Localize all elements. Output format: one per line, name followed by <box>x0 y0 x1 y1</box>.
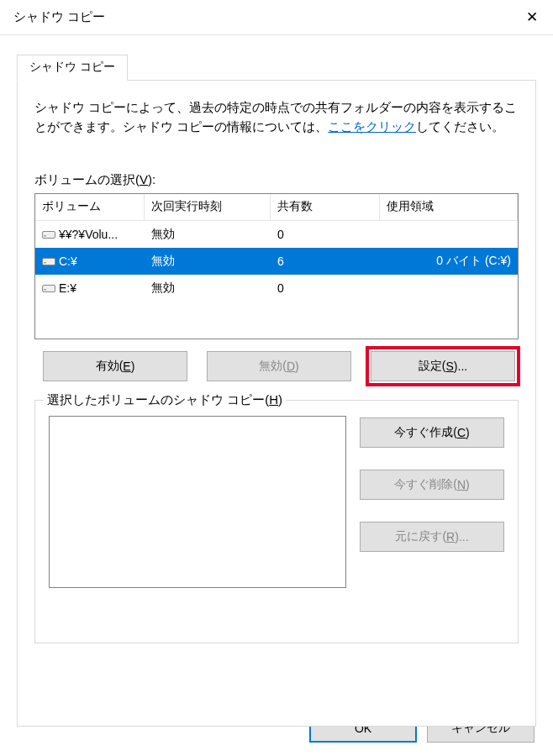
col-used[interactable]: 使用領域 <box>380 194 518 220</box>
drive-icon <box>42 283 55 293</box>
listview-header: ボリューム 次回実行時刻 共有数 使用領域 <box>35 194 518 221</box>
enable-button[interactable]: 有効(E) <box>43 351 187 381</box>
tab-panel: シャドウ コピーによって、過去の特定の時点での共有フォルダーの内容を表示すること… <box>17 80 536 727</box>
dialog-content: シャドウ コピー シャドウ コピーによって、過去の特定の時点での共有フォルダーの… <box>0 35 553 727</box>
cell-next-run: 無効 <box>145 275 271 302</box>
svg-rect-3 <box>44 262 46 264</box>
close-icon[interactable]: ✕ <box>511 0 553 35</box>
volume-button-row: 有効(E) 無効(D) 設定(S)... <box>34 339 519 381</box>
create-now-button[interactable]: 今すぐ作成(C) <box>360 417 504 448</box>
cell-volume: E:¥ <box>35 275 145 302</box>
intro-after: してください。 <box>416 119 504 134</box>
cell-next-run: 無効 <box>145 221 271 248</box>
window-title: シャドウ コピー <box>13 9 511 25</box>
cell-used <box>380 275 518 302</box>
table-row[interactable]: C:¥ 無効 6 0 バイト (C:¥) <box>35 248 518 275</box>
cell-next-run: 無効 <box>145 248 271 275</box>
svg-rect-2 <box>43 258 55 265</box>
cell-used <box>380 221 518 248</box>
shadow-copies-listbox[interactable] <box>49 416 346 588</box>
settings-button[interactable]: 設定(S)... <box>371 351 515 381</box>
tab-shadow-copy[interactable]: シャドウ コピー <box>17 55 128 81</box>
col-shares[interactable]: 共有数 <box>271 194 380 220</box>
shadow-copies-fieldset: 選択したボリュームのシャドウ コピー(H) 今すぐ作成(C) 今すぐ削除(N) … <box>34 400 519 643</box>
svg-rect-4 <box>43 285 55 291</box>
svg-rect-0 <box>43 231 55 238</box>
table-row[interactable]: E:¥ 無効 0 <box>35 275 518 302</box>
table-row[interactable]: ¥¥?¥Volu... 無効 0 <box>35 221 518 248</box>
col-next-run[interactable]: 次回実行時刻 <box>145 194 271 220</box>
svg-rect-1 <box>44 235 46 237</box>
svg-rect-5 <box>44 289 46 291</box>
cell-volume: C:¥ <box>35 248 145 275</box>
revert-button: 元に戻す(R)... <box>360 522 504 552</box>
cell-volume: ¥¥?¥Volu... <box>35 221 145 248</box>
intro-text: シャドウ コピーによって、過去の特定の時点での共有フォルダーの内容を表示すること… <box>34 97 519 137</box>
cell-shares: 6 <box>271 248 380 275</box>
cell-shares: 0 <box>271 275 380 302</box>
tab-strip: シャドウ コピー <box>17 55 536 81</box>
drive-icon <box>42 256 55 266</box>
volume-listview[interactable]: ボリューム 次回実行時刻 共有数 使用領域 ¥¥?¥Volu... 無効 0 <box>34 193 519 339</box>
disable-button: 無効(D) <box>207 351 351 381</box>
volume-select-label: ボリュームの選択(V): <box>34 172 519 188</box>
cell-shares: 0 <box>271 221 380 248</box>
drive-icon <box>42 229 55 239</box>
delete-now-button: 今すぐ削除(N) <box>360 470 504 500</box>
intro-link[interactable]: ここをクリック <box>328 119 416 134</box>
shadow-copies-side-buttons: 今すぐ作成(C) 今すぐ削除(N) 元に戻す(R)... <box>360 416 504 627</box>
cell-used: 0 バイト (C:¥) <box>380 248 518 275</box>
fieldset-legend: 選択したボリュームのシャドウ コピー(H) <box>44 392 286 408</box>
col-volume[interactable]: ボリューム <box>35 194 145 220</box>
title-bar: シャドウ コピー ✕ <box>0 0 553 35</box>
